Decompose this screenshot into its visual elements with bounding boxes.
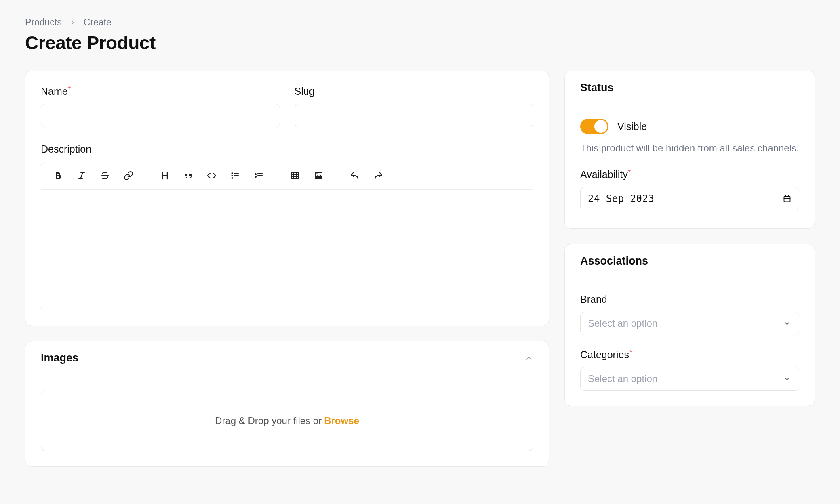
name-label: Name* (41, 86, 280, 97)
associations-card: Associations Brand Select an option Cate… (564, 244, 815, 406)
status-section-title: Status (580, 82, 614, 94)
images-section-title: Images (41, 352, 78, 364)
required-indicator: * (68, 86, 71, 92)
editor-toolbar (41, 162, 533, 190)
italic-icon[interactable] (75, 169, 88, 182)
name-field-group: Name* (41, 86, 280, 127)
bold-icon[interactable] (52, 169, 65, 182)
undo-icon[interactable] (348, 169, 361, 182)
required-indicator: * (628, 169, 631, 176)
chevron-right-icon (69, 19, 76, 26)
brand-label: Brand (580, 294, 799, 305)
slug-input[interactable] (295, 104, 534, 127)
image-dropzone[interactable]: Drag & Drop your files or Browse (41, 391, 533, 451)
breadcrumb: Products Create (25, 17, 815, 28)
image-icon[interactable] (312, 169, 325, 182)
name-input[interactable] (41, 104, 280, 127)
product-form-card: Name* Slug Description (25, 71, 549, 326)
page-title: Create Product (25, 32, 815, 54)
numbered-list-icon[interactable] (252, 169, 265, 182)
categories-select[interactable]: Select an option (580, 367, 799, 391)
svg-point-7 (232, 173, 233, 174)
required-indicator: * (629, 349, 632, 356)
availability-date-input[interactable] (580, 187, 799, 210)
breadcrumb-item-create[interactable]: Create (84, 17, 112, 28)
bullet-list-icon[interactable] (229, 169, 242, 182)
dropzone-text: Drag & Drop your files or (215, 415, 322, 426)
quote-icon[interactable] (182, 169, 195, 182)
status-help-text: This product will be hidden from all sal… (580, 141, 799, 155)
status-card: Status Visible This product will be hidd… (564, 71, 815, 229)
svg-line-2 (80, 172, 83, 179)
link-icon[interactable] (122, 169, 135, 182)
svg-rect-13 (291, 172, 299, 179)
slug-label: Slug (295, 86, 534, 97)
images-card: Images Drag & Drop your files or Browse (25, 341, 549, 467)
associations-section-title: Associations (580, 255, 648, 267)
rich-text-editor (41, 162, 533, 311)
breadcrumb-item-products[interactable]: Products (25, 17, 62, 28)
description-label: Description (41, 143, 91, 155)
svg-point-8 (232, 175, 233, 176)
strikethrough-icon[interactable] (99, 169, 112, 182)
table-icon[interactable] (288, 169, 301, 182)
svg-point-9 (232, 178, 233, 178)
toggle-knob (594, 120, 607, 133)
slug-field-group: Slug (295, 86, 534, 127)
availability-label: Availability* (580, 169, 799, 181)
categories-label: Categories* (580, 349, 799, 361)
code-icon[interactable] (205, 169, 218, 182)
visibility-toggle-label: Visible (617, 121, 647, 132)
visibility-toggle[interactable] (580, 119, 608, 134)
brand-select[interactable]: Select an option (580, 312, 799, 335)
redo-icon[interactable] (372, 169, 385, 182)
heading-icon[interactable] (158, 169, 171, 182)
description-editor-area[interactable] (41, 190, 533, 311)
chevron-up-icon[interactable] (524, 354, 533, 363)
browse-link[interactable]: Browse (324, 415, 359, 426)
